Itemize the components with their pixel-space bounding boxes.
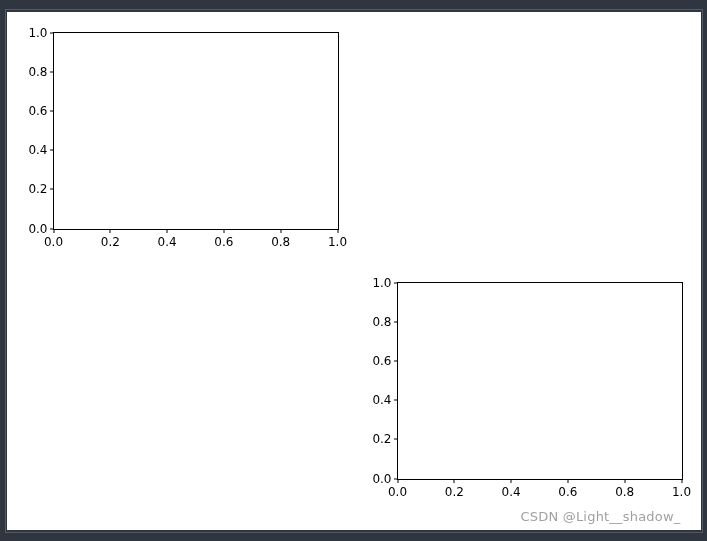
ytick-mark xyxy=(394,439,398,440)
xtick-label: 0.2 xyxy=(101,235,120,249)
xtick-mark xyxy=(337,229,338,233)
ytick-mark xyxy=(394,282,398,283)
watermark-text: CSDN @Light__shadow_ xyxy=(521,509,681,524)
xtick-mark xyxy=(167,229,168,233)
ytick-label: 0.4 xyxy=(360,393,392,407)
ytick-mark xyxy=(50,110,54,111)
xtick-mark xyxy=(624,479,625,483)
plot-area-1: 0.0 0.2 0.4 0.6 0.8 1.0 0.0 0.2 0.4 0. xyxy=(53,32,339,230)
xtick-label: 0.6 xyxy=(558,485,577,499)
xtick-mark xyxy=(280,229,281,233)
ytick-mark xyxy=(50,150,54,151)
xtick-label: 0.4 xyxy=(158,235,177,249)
subplot-top-left: 0.0 0.2 0.4 0.6 0.8 1.0 0.0 0.2 0.4 0. xyxy=(53,32,339,230)
ytick-label: 0.6 xyxy=(16,104,48,118)
xtick-mark xyxy=(53,229,54,233)
xtick-label: 0.6 xyxy=(214,235,233,249)
ytick-label: 1.0 xyxy=(360,276,392,290)
xtick-label: 0.0 xyxy=(44,235,63,249)
xtick-mark xyxy=(511,479,512,483)
ytick-mark xyxy=(50,189,54,190)
xtick-mark xyxy=(110,229,111,233)
xtick-mark xyxy=(223,229,224,233)
xtick-mark xyxy=(681,479,682,483)
xtick-mark xyxy=(397,479,398,483)
xtick-mark xyxy=(567,479,568,483)
xtick-label: 0.0 xyxy=(388,485,407,499)
window-frame: 0.0 0.2 0.4 0.6 0.8 1.0 0.0 0.2 0.4 0. xyxy=(5,9,703,533)
ytick-label: 0.0 xyxy=(360,472,392,486)
ytick-mark xyxy=(394,400,398,401)
xtick-label: 1.0 xyxy=(672,485,691,499)
ytick-mark xyxy=(394,321,398,322)
plot-area-2: 0.0 0.2 0.4 0.6 0.8 1.0 0.0 0.2 0.4 0. xyxy=(397,282,683,480)
xtick-label: 0.8 xyxy=(615,485,634,499)
figure-canvas: 0.0 0.2 0.4 0.6 0.8 1.0 0.0 0.2 0.4 0. xyxy=(7,12,701,530)
xtick-mark xyxy=(454,479,455,483)
ytick-label: 0.6 xyxy=(360,354,392,368)
xtick-label: 0.2 xyxy=(445,485,464,499)
ytick-label: 0.8 xyxy=(16,65,48,79)
ytick-mark xyxy=(394,360,398,361)
subplot-bottom-right: 0.0 0.2 0.4 0.6 0.8 1.0 0.0 0.2 0.4 0. xyxy=(397,282,683,480)
xtick-label: 0.8 xyxy=(271,235,290,249)
ytick-label: 1.0 xyxy=(16,26,48,40)
ytick-label: 0.2 xyxy=(360,432,392,446)
ytick-mark xyxy=(50,32,54,33)
xtick-label: 1.0 xyxy=(328,235,347,249)
ytick-label: 0.2 xyxy=(16,182,48,196)
ytick-label: 0.8 xyxy=(360,315,392,329)
xtick-label: 0.4 xyxy=(502,485,521,499)
ytick-label: 0.4 xyxy=(16,143,48,157)
ytick-mark xyxy=(50,71,54,72)
ytick-label: 0.0 xyxy=(16,222,48,236)
